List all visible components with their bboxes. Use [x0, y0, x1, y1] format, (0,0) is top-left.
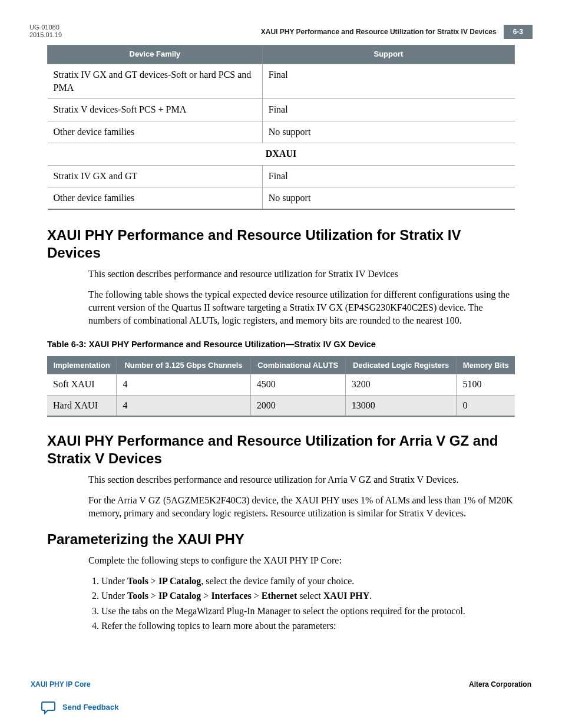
- section-heading-parameterizing: Parameterizing the XAUI PHY: [47, 531, 515, 548]
- table-caption: Table 6-3: XAUI PHY Performance and Reso…: [47, 338, 515, 350]
- table-cell: Final: [262, 64, 514, 99]
- table-header: Dedicated Logic Registers: [345, 357, 457, 374]
- table-header: Support: [262, 45, 514, 64]
- table-header: Device Family: [48, 45, 263, 64]
- list-item: Under Tools > IP Catalog, select the dev…: [101, 575, 515, 588]
- footer-corporation: Altera Corporation: [469, 680, 531, 690]
- steps-list: Under Tools > IP Catalog, select the dev…: [88, 575, 515, 633]
- table-cell: Hard XAUI: [47, 395, 117, 416]
- table-cell: Stratix V devices-Soft PCS + PMA: [48, 99, 263, 121]
- table-cell: Other device families: [48, 187, 263, 209]
- doc-id-block: UG-01080 2015.01.19: [29, 24, 62, 39]
- table-cell: 0: [457, 395, 515, 416]
- body-paragraph: Complete the following steps to configur…: [88, 554, 515, 567]
- list-item: Use the tabs on the MegaWizard Plug-In M…: [101, 605, 515, 618]
- table-cell: Final: [262, 99, 514, 121]
- table-header: Memory Bits: [457, 357, 515, 374]
- table-cell: 4: [117, 395, 250, 416]
- device-support-table: Device Family Support Stratix IV GX and …: [47, 45, 515, 210]
- table-cell: Other device families: [48, 121, 263, 143]
- body-paragraph: The following table shows the typical ex…: [88, 288, 515, 328]
- body-paragraph: This section describes performance and r…: [88, 473, 515, 486]
- table-cell: 3200: [345, 374, 457, 395]
- section-heading-arria-v: XAUI PHY Performance and Resource Utiliz…: [47, 432, 515, 467]
- table-header: Implementation: [47, 357, 117, 374]
- table-cell: 4: [117, 374, 250, 395]
- table-cell: 4500: [250, 374, 345, 395]
- doc-date: 2015.01.19: [29, 31, 62, 39]
- table-cell: Stratix IV GX and GT devices-Soft or har…: [48, 64, 263, 99]
- body-paragraph: This section describes performance and r…: [88, 268, 515, 281]
- page-footer: XAUI PHY IP Core Altera Corporation: [29, 680, 533, 690]
- feedback-icon[interactable]: [41, 700, 57, 714]
- table-cell: Soft XAUI: [47, 374, 117, 395]
- table-cell: Stratix IV GX and GT: [48, 165, 263, 187]
- footer-link-core[interactable]: XAUI PHY IP Core: [31, 680, 91, 690]
- list-item: Refer the following topics to learn more…: [101, 620, 515, 633]
- send-feedback-link[interactable]: Send Feedback: [62, 702, 118, 713]
- table-cell: No support: [262, 187, 514, 209]
- page-number-badge: 6-3: [504, 25, 533, 39]
- header-section-title: XAUI PHY Performance and Resource Utiliz…: [261, 27, 497, 37]
- doc-id: UG-01080: [29, 24, 62, 31]
- table-cell: 13000: [345, 395, 457, 416]
- table-cell: 2000: [250, 395, 345, 416]
- page-header: UG-01080 2015.01.19 XAUI PHY Performance…: [29, 24, 533, 39]
- table-cell: 5100: [457, 374, 515, 395]
- table-header: Number of 3.125 Gbps Channels: [117, 357, 250, 374]
- table-cell: Final: [262, 165, 514, 187]
- table-subheader: DXAUI: [48, 143, 515, 165]
- list-item: Under Tools > IP Catalog > Interfaces > …: [101, 589, 515, 602]
- table-header: Combinational ALUTS: [250, 357, 345, 374]
- feedback-row: Send Feedback: [29, 700, 533, 714]
- section-heading-stratix-iv: XAUI PHY Performance and Resource Utiliz…: [47, 226, 515, 262]
- table-cell: No support: [262, 121, 514, 143]
- performance-table: Implementation Number of 3.125 Gbps Chan…: [47, 356, 515, 417]
- body-paragraph: For the Arria V GZ (5AGZME5K2F40C3) devi…: [88, 494, 515, 521]
